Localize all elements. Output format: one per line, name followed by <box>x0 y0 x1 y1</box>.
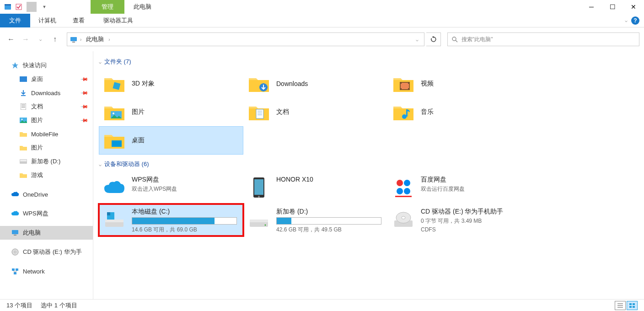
svg-point-48 <box>397 188 403 194</box>
sidebar-item-label: MobileFile <box>31 131 58 138</box>
svg-rect-64 <box>629 303 632 305</box>
recent-dropdown[interactable]: ⌵ <box>34 33 47 46</box>
qat-properties-icon[interactable] <box>14 2 24 12</box>
sidebar-quick-access[interactable]: 快速访问 <box>0 59 93 72</box>
manage-context-label: 管理 <box>91 0 124 14</box>
svg-point-14 <box>21 119 23 120</box>
disc-drive-icon <box>392 209 414 231</box>
sidebar-documents[interactable]: 文档📌 <box>0 100 93 113</box>
pc-icon <box>11 229 19 237</box>
svg-point-5 <box>452 37 456 41</box>
folder-desktop[interactable]: 桌面 <box>99 126 243 155</box>
sidebar-item-label: CD 驱动器 (E:) 华为手 <box>23 248 82 256</box>
folder-icon <box>392 73 414 95</box>
search-box[interactable]: 搜索"此电脑" <box>447 32 639 46</box>
sidebar-games[interactable]: 游戏 <box>0 168 93 182</box>
svg-rect-0 <box>5 5 11 10</box>
maximize-button[interactable]: ☐ <box>602 0 623 14</box>
drive-label: WPS网盘 <box>132 176 239 184</box>
computer-tab[interactable]: 计算机 <box>30 14 64 27</box>
minimize-button[interactable]: ─ <box>581 0 602 14</box>
group-devices-header[interactable]: ⌵ 设备和驱动器 (6) <box>99 160 640 168</box>
drive-label: HONOR X10 <box>276 176 383 183</box>
content-pane: ⌵ 文件夹 (7) 3D 对象 Downloads 视频 图片 文档 <box>93 51 644 307</box>
navigation-pane: 快速访问 桌面📌 Downloads📌 文档📌 图片📌 MobileFile 图… <box>0 51 93 307</box>
drive-tools-tab[interactable]: 驱动器工具 <box>95 14 141 27</box>
search-icon <box>451 36 458 43</box>
sidebar-wps[interactable]: WPS网盘 <box>0 207 93 220</box>
close-button[interactable]: ✕ <box>623 0 644 14</box>
svg-rect-44 <box>254 179 263 195</box>
drive-free-text: 14.6 GB 可用，共 69.0 GB <box>132 226 239 234</box>
svg-line-6 <box>456 40 457 42</box>
sidebar-network[interactable]: Network <box>0 264 93 278</box>
folder-documents[interactable]: 文档 <box>243 98 388 126</box>
group-label: 设备和驱动器 (6) <box>104 160 149 168</box>
svg-rect-66 <box>629 306 632 308</box>
sidebar-desktop[interactable]: 桌面📌 <box>0 72 93 86</box>
drive-c[interactable]: 本地磁盘 (C:) 14.6 GB 可用，共 69.0 GB <box>99 204 243 236</box>
ribbon-collapse-icon[interactable]: ⌵ <box>625 18 628 23</box>
address-bar[interactable]: › 此电脑 › ⌵ <box>67 32 424 46</box>
folder-music[interactable]: 音乐 <box>388 98 532 126</box>
breadcrumb-separator[interactable]: › <box>80 37 81 42</box>
sidebar-mobilefile[interactable]: MobileFile <box>0 127 93 141</box>
folder-downloads[interactable]: Downloads <box>243 70 388 98</box>
folder-icon <box>103 73 125 95</box>
svg-line-25 <box>15 271 17 272</box>
drive-baidu[interactable]: 百度网盘 双击运行百度网盘 <box>388 172 532 204</box>
group-folders-header[interactable]: ⌵ 文件夹 (7) <box>99 58 640 66</box>
sidebar-item-label: Downloads <box>31 90 60 97</box>
sidebar-cddrive[interactable]: CD 驱动器 (E:) 华为手 <box>0 245 93 259</box>
svg-rect-56 <box>250 220 268 222</box>
forward-button[interactable]: → <box>19 33 32 46</box>
folder-icon <box>19 144 27 152</box>
sidebar-item-label: 新加卷 (D:) <box>31 157 60 166</box>
up-button[interactable]: ↑ <box>48 33 61 46</box>
breadcrumb-separator[interactable]: › <box>108 37 110 42</box>
svg-point-60 <box>402 216 405 219</box>
details-view-button[interactable] <box>615 301 626 310</box>
folders-grid: 3D 对象 Downloads 视频 图片 文档 音乐 <box>99 70 640 155</box>
folder-pictures[interactable]: 图片 <box>99 98 243 126</box>
view-tab[interactable]: 查看 <box>64 14 93 27</box>
qat-dropdown-icon[interactable]: ▼ <box>39 2 49 12</box>
drive-d[interactable]: 新加卷 (D:) 42.6 GB 可用，共 49.5 GB <box>243 204 388 236</box>
file-tab[interactable]: 文件 <box>0 14 30 27</box>
folder-videos[interactable]: 视频 <box>388 70 532 98</box>
folder-label: 桌面 <box>132 136 145 145</box>
window-controls: ─ ☐ ✕ <box>581 0 644 14</box>
sidebar-pictures[interactable]: 图片📌 <box>0 113 93 127</box>
folder-3d-objects[interactable]: 3D 对象 <box>99 70 243 98</box>
sidebar-downloads[interactable]: Downloads📌 <box>0 86 93 100</box>
breadcrumb-root[interactable]: 此电脑 <box>84 34 106 44</box>
drive-honor[interactable]: HONOR X10 <box>243 172 388 204</box>
sidebar-this-pc[interactable]: 此电脑 <box>0 226 93 240</box>
search-placeholder: 搜索"此电脑" <box>462 36 493 43</box>
drive-e[interactable]: CD 驱动器 (E:) 华为手机助手 0 字节 可用，共 3.49 MB CDF… <box>388 204 532 236</box>
drive-subtext: 双击运行百度网盘 <box>421 185 528 193</box>
svg-point-45 <box>258 196 260 198</box>
drive-wps[interactable]: WPS网盘 双击进入WPS网盘 <box>99 172 243 204</box>
svg-rect-36 <box>256 109 263 118</box>
folder-label: 视频 <box>421 80 434 88</box>
navigation-row: ← → ⌵ ↑ › 此电脑 › ⌵ 搜索"此电脑" <box>0 31 644 48</box>
tiles-view-button[interactable] <box>627 301 638 310</box>
folder-icon <box>248 101 270 123</box>
back-button[interactable]: ← <box>5 33 17 46</box>
svg-rect-18 <box>14 235 16 236</box>
cloud-icon <box>103 177 125 198</box>
svg-rect-7 <box>20 76 27 82</box>
svg-rect-42 <box>112 140 122 147</box>
svg-rect-50 <box>395 196 412 197</box>
sidebar-onedrive[interactable]: OneDrive <box>0 188 93 201</box>
sidebar-item-label: 图片 <box>31 116 43 124</box>
sidebar-newvol[interactable]: 新加卷 (D:) <box>0 155 93 168</box>
address-dropdown-icon[interactable]: ⌵ <box>413 37 421 42</box>
refresh-button[interactable] <box>426 32 441 46</box>
sidebar-item-label: 此电脑 <box>23 229 41 237</box>
sidebar-item-label: 图片 <box>31 144 43 152</box>
sidebar-pictures2[interactable]: 图片 <box>0 141 93 155</box>
help-icon[interactable]: ? <box>631 16 639 25</box>
svg-rect-65 <box>633 303 635 305</box>
